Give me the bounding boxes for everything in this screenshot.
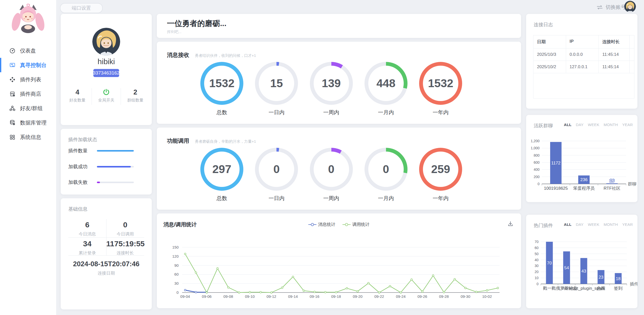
legend-item[interactable]: 调用统计 <box>342 222 370 227</box>
stat-ring-month: 0 一月内 <box>364 148 407 202</box>
friends-count-value: 4 <box>63 88 92 97</box>
svg-text:插件: 插件 <box>630 282 637 286</box>
hero-subtitle: 挥剑吧... <box>167 30 182 34</box>
account-avatar[interactable] <box>624 1 636 12</box>
sidebar: 仪表盘 真寻控制台 插件列表 <box>0 0 56 315</box>
chart-legend: 消息统计调用统计 <box>308 222 370 227</box>
hero-card: 一位勇者的磨砺... 挥剑吧... <box>157 14 521 38</box>
global-switch-stat[interactable]: 全局开关 <box>92 88 121 103</box>
friends-count-stat: 4 好友数量 <box>63 88 92 103</box>
friends-count-label: 好友数量 <box>63 98 92 103</box>
sidebar-item-friends-groups[interactable]: 好友/群组 <box>0 101 56 115</box>
progress-ring: 0 <box>255 148 298 191</box>
svg-text:43: 43 <box>582 269 586 274</box>
download-icon[interactable] <box>507 221 514 227</box>
trend-chart-card: 030609012015009-0409-0609-0809-1009-1209… <box>157 213 521 308</box>
bot-avatar[interactable] <box>92 28 120 56</box>
plugins-icon <box>9 76 16 83</box>
svg-text:90: 90 <box>174 263 179 268</box>
groups-count-label: 群组数量 <box>121 98 150 103</box>
table-row: 2025/10/2 127.0.0.1 11:45:14 <box>533 61 634 73</box>
table-row: 2025/10/3 0.0.0.0 11:45:14 <box>533 49 634 61</box>
sidebar-item-label: 系统信息 <box>20 134 41 141</box>
power-icon <box>102 88 110 96</box>
svg-text:30: 30 <box>534 264 539 268</box>
svg-text:200: 200 <box>534 175 540 179</box>
svg-text:笨蛋程序员: 笨蛋程序员 <box>573 186 595 191</box>
groups-count-value: 2 <box>121 88 150 97</box>
qq-number-badge: 3373463162 <box>93 69 119 77</box>
sidebar-item-label: 插件商店 <box>20 90 41 98</box>
total-logins-stat: 34累计登录 <box>68 239 106 256</box>
load-success-bar <box>97 166 134 167</box>
legend-label: 调用统计 <box>352 222 370 227</box>
load-fail-label: 加载失败 <box>68 179 97 186</box>
stat-ring-day: 0 一日内 <box>255 148 298 202</box>
svg-text:1172: 1172 <box>551 161 561 165</box>
call-stats-card: 功能调用 勇者磨砺自身，辛勤的汗水，力量+1 297 总数 0 一日内 0 一周… <box>157 128 521 210</box>
progress-ring: 139 <box>310 62 353 105</box>
sidebar-item-database[interactable]: 数据库管理 <box>0 115 56 130</box>
sidebar-item-label: 插件列表 <box>20 76 41 83</box>
basic-info-title: 基础信息 <box>68 206 88 212</box>
friends-icon <box>9 105 16 112</box>
basic-info-card: 基础信息 6今日消息 0今日调用 34累计登录 1175:19:55连接时长 2… <box>61 198 152 309</box>
active-groups-bar-chart: 02004006008001,0001,20011721001918625236… <box>526 115 637 202</box>
today-messages-stat: 6今日消息 <box>68 221 106 237</box>
switch-account-button[interactable]: 切换账号 <box>596 4 626 11</box>
svg-text:09-16: 09-16 <box>310 294 319 299</box>
sidebar-item-plugin-list[interactable]: 插件列表 <box>0 72 56 87</box>
svg-text:09-26: 09-26 <box>417 294 427 299</box>
stat-ring-year: 1532 一年内 <box>419 62 462 116</box>
switch-account-label: 切换账号 <box>606 4 626 11</box>
console-icon <box>9 62 16 68</box>
legend-marker-icon <box>342 223 351 226</box>
plugin-status-card: 插件加载状态 插件数量 加载成功 加载失败 <box>61 129 152 195</box>
legend-label: 消息统计 <box>318 222 335 227</box>
svg-text:09-10: 09-10 <box>245 294 255 299</box>
gauge-icon <box>9 47 16 54</box>
svg-text:120: 120 <box>172 254 179 258</box>
legend-item[interactable]: 消息统计 <box>308 222 335 227</box>
svg-text:09-28: 09-28 <box>439 294 449 299</box>
port-settings-button[interactable]: 端口设置 <box>60 3 103 13</box>
sidebar-item-label: 数据库管理 <box>20 119 47 126</box>
svg-text:20: 20 <box>534 270 539 274</box>
sidebar-item-plugin-store[interactable]: 插件商店 <box>0 87 56 101</box>
avatar-image <box>92 28 120 56</box>
svg-text:09-06: 09-06 <box>202 294 211 299</box>
svg-text:600: 600 <box>534 160 540 164</box>
sidebar-menu: 仪表盘 真寻控制台 插件列表 <box>0 43 56 144</box>
profile-card: hibiki 3373463162 4 好友数量 全局开关 2 群组数量 <box>61 14 152 125</box>
svg-text:70: 70 <box>534 240 539 244</box>
svg-text:群聊: 群聊 <box>628 182 636 186</box>
stat-ring-total: 1532 总数 <box>200 62 243 116</box>
hero-title: 一位勇者的磨砺... <box>167 18 226 29</box>
trend-chart-title: 消息/调用统计 <box>163 221 197 228</box>
plugin-count-bar <box>97 150 134 152</box>
legend-marker-icon <box>308 223 316 226</box>
svg-text:09-24: 09-24 <box>396 294 405 299</box>
plugin-count-row: 插件数量 <box>68 147 144 155</box>
svg-text:60: 60 <box>174 272 179 276</box>
load-success-row: 加载成功 <box>68 163 144 171</box>
sidebar-item-console[interactable]: 真寻控制台 <box>0 58 56 72</box>
stat-ring-year: 259 一年内 <box>419 148 462 202</box>
progress-ring: 448 <box>364 62 407 105</box>
svg-text:16: 16 <box>610 178 614 183</box>
svg-text:09-14: 09-14 <box>288 294 298 299</box>
svg-text:0: 0 <box>536 282 539 286</box>
trend-line-chart: 030609012015009-0409-0609-0809-1009-1209… <box>157 213 521 308</box>
svg-text:40: 40 <box>534 258 539 262</box>
bot-name: hibiki <box>61 57 152 66</box>
sidebar-item-dashboard[interactable]: 仪表盘 <box>0 43 56 58</box>
stat-ring-month: 448 一月内 <box>364 62 407 116</box>
svg-text:0: 0 <box>177 290 179 295</box>
svg-text:RTF社区: RTF社区 <box>604 186 620 191</box>
sidebar-item-system-info[interactable]: 系统信息 <box>0 130 56 144</box>
connection-logs-card: 连接日志 日期 IP 连接时长 2025/10/3 0.0.0.0 11:45:… <box>526 14 637 109</box>
plugin-status-title: 插件加载状态 <box>68 136 97 143</box>
stat-ring-week: 0 一周内 <box>310 148 353 202</box>
logs-table: 日期 IP 连接时长 2025/10/3 0.0.0.0 11:45:14 20… <box>533 35 634 99</box>
svg-text:09-04: 09-04 <box>180 294 190 299</box>
